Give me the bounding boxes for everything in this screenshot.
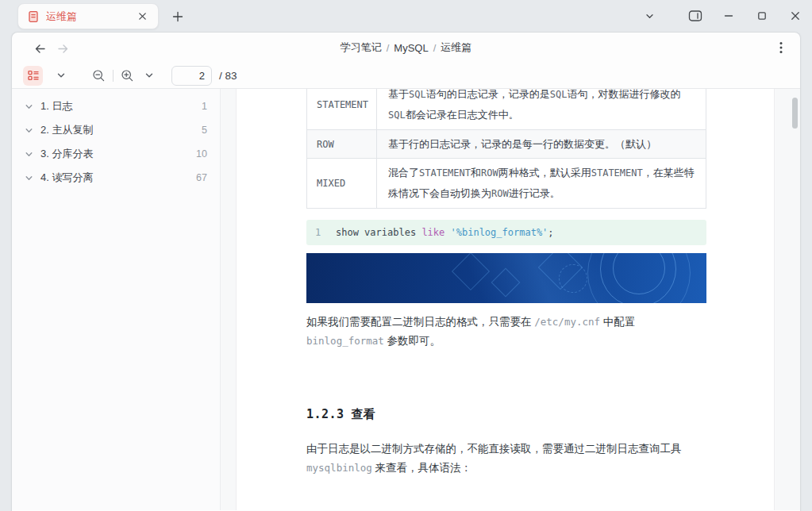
toc-item-label: 4. 读写分离 xyxy=(40,171,93,185)
page-total-label: / 83 xyxy=(219,70,237,82)
toc-item-page: 1 xyxy=(202,101,207,112)
toolbar-divider xyxy=(113,70,114,82)
sidebar-item-rw-split[interactable]: 4. 读写分离 67 xyxy=(12,166,220,190)
sidebar-item-logs[interactable]: 1. 日志 1 xyxy=(12,94,220,118)
decorative-ring xyxy=(600,253,676,303)
decorative-ring xyxy=(559,264,587,293)
tab-list-button[interactable] xyxy=(631,0,668,32)
chevron-down-icon[interactable] xyxy=(25,150,33,159)
document-tab[interactable]: 运维篇 xyxy=(17,3,159,29)
section-heading: 1.2.3 查看 xyxy=(306,407,706,422)
decorative-hexagon xyxy=(491,268,521,298)
breadcrumb-item[interactable]: 运维篇 xyxy=(441,40,471,55)
zoom-options-chevron[interactable] xyxy=(144,71,154,80)
toc-item-page: 67 xyxy=(196,172,207,183)
outline-sidebar: 1. 日志 1 2. 主从复制 5 3. 分库分表 10 4. 读写分离 67 xyxy=(12,89,221,510)
minimize-icon xyxy=(724,11,733,21)
kebab-menu-icon xyxy=(779,41,783,54)
outline-options-chevron[interactable] xyxy=(56,71,66,80)
toc-item-label: 2. 主从复制 xyxy=(40,123,93,137)
terminal-screenshot: mysql> show variables like '%binlog_form… xyxy=(306,253,706,303)
breadcrumb-item[interactable]: MySQL xyxy=(394,42,428,54)
close-icon xyxy=(791,11,800,21)
zoom-out-button[interactable] xyxy=(92,69,106,83)
pdf-toolbar: / 83 xyxy=(12,63,800,89)
breadcrumb-separator: / xyxy=(433,42,437,54)
chevron-down-icon[interactable] xyxy=(25,102,33,111)
scrollbar-thumb[interactable] xyxy=(792,98,798,129)
zoom-in-icon xyxy=(121,69,134,83)
app-window: 学习笔记 / MySQL / 运维篇 xyxy=(11,32,801,511)
tab-preview-icon xyxy=(688,10,702,22)
outline-toggle-button[interactable] xyxy=(23,66,43,86)
chevron-down-icon[interactable] xyxy=(25,126,33,135)
code-line: show variables like '%binlog_format%'; xyxy=(336,227,554,238)
decorative-ring xyxy=(587,253,691,303)
navigation-bar: 学习笔记 / MySQL / 运维篇 xyxy=(12,33,800,63)
document-icon xyxy=(27,10,40,23)
pdf-page: STATEMENT 基于SQL语句的日志记录，记录的是SQL语句，对数据进行修改… xyxy=(236,89,775,510)
format-name-cell: STATEMENT xyxy=(307,89,377,130)
minimize-button[interactable] xyxy=(712,0,745,32)
sql-code-block: 1 show variables like '%binlog_format%'; xyxy=(306,220,706,245)
table-row: ROW 基于行的日志记录，记录的是每一行的数据变更。（默认） xyxy=(307,130,706,159)
decorative-hexagon xyxy=(452,253,490,290)
plus-icon xyxy=(172,11,183,22)
breadcrumb-separator: / xyxy=(387,42,390,54)
more-menu-button[interactable] xyxy=(773,40,789,56)
heading-text: 查看 xyxy=(352,407,375,422)
decorative-ring xyxy=(613,253,665,294)
zoom-in-button[interactable] xyxy=(121,69,134,83)
format-desc-cell: 混合了STATEMENT和ROW两种格式，默认采用STATEMENT，在某些特殊… xyxy=(377,159,706,209)
binlog-format-table: STATEMENT 基于SQL语句的日志记录，记录的是SQL语句，对数据进行修改… xyxy=(306,89,706,209)
format-desc-cell: 基于SQL语句的日志记录，记录的是SQL语句，对数据进行修改的SQL都会记录在日… xyxy=(377,89,706,130)
maximize-button[interactable] xyxy=(745,0,779,32)
format-desc-cell: 基于行的日志记录，记录的是每一行的数据变更。（默认） xyxy=(377,130,706,159)
table-row: STATEMENT 基于SQL语句的日志记录，记录的是SQL语句，对数据进行修改… xyxy=(307,89,706,130)
outline-icon xyxy=(27,69,40,82)
format-name-cell: MIXED xyxy=(307,159,377,209)
zoom-out-icon xyxy=(92,69,106,83)
paragraph: 由于日志是以二进制方式存储的，不能直接读取，需要通过二进制日志查询工具 mysq… xyxy=(306,440,706,477)
breadcrumb-item[interactable]: 学习笔记 xyxy=(341,40,382,55)
pdf-viewer: STATEMENT 基于SQL语句的日志记录，记录的是SQL语句，对数据进行修改… xyxy=(221,89,800,510)
tab-title: 运维篇 xyxy=(46,10,134,24)
tab-preview-button[interactable] xyxy=(679,0,712,32)
window-close-button[interactable] xyxy=(779,0,812,32)
table-row: MIXED 混合了STATEMENT和ROW两种格式，默认采用STATEMENT… xyxy=(307,159,706,209)
toc-item-page: 10 xyxy=(196,148,207,159)
new-tab-button[interactable] xyxy=(167,6,188,27)
chevron-down-icon[interactable] xyxy=(25,174,33,182)
paragraph: 如果我们需要配置二进制日志的格式，只需要在 /etc/my.cnf 中配置 bi… xyxy=(306,313,706,350)
sidebar-item-sharding[interactable]: 3. 分库分表 10 xyxy=(12,142,220,166)
tab-close-button[interactable] xyxy=(134,9,150,25)
breadcrumb: 学习笔记 / MySQL / 运维篇 xyxy=(12,33,800,63)
window-controls xyxy=(631,0,812,32)
page-number-input[interactable] xyxy=(171,66,212,86)
code-line-number: 1 xyxy=(306,227,325,238)
sidebar-item-replication[interactable]: 2. 主从复制 5 xyxy=(12,118,220,142)
decorative-hexagon xyxy=(538,253,583,290)
heading-number: 1.2.3 xyxy=(306,407,344,421)
format-name-cell: ROW xyxy=(307,130,377,159)
maximize-icon xyxy=(757,11,767,21)
titlebar: 运维篇 xyxy=(0,0,812,32)
chevron-down-icon xyxy=(645,11,655,21)
toc-item-label: 1. 日志 xyxy=(40,99,72,113)
toc-item-page: 5 xyxy=(202,125,207,136)
toc-item-label: 3. 分库分表 xyxy=(40,147,93,161)
